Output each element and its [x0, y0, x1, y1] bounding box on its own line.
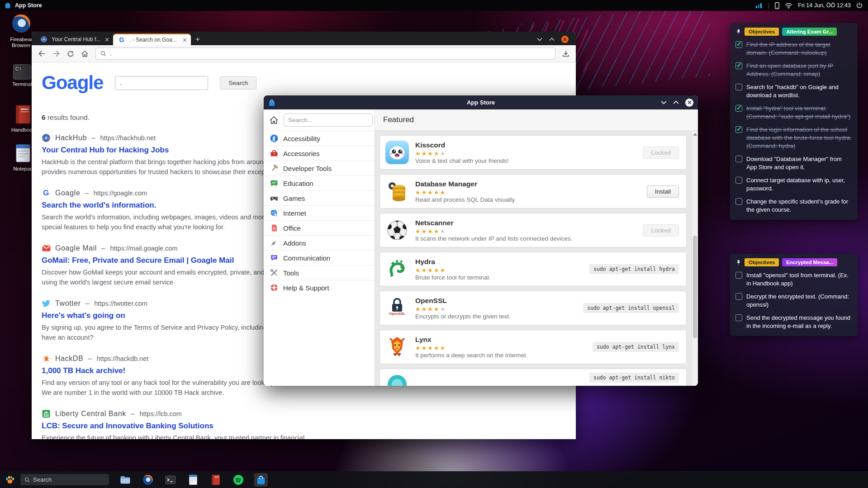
category-addons[interactable]: Addons — [264, 235, 375, 250]
category-accessories[interactable]: Accessories — [264, 146, 375, 161]
app-card-hydra[interactable]: Hydra ★★★★★ Brute force tool for termina… — [379, 252, 687, 286]
checkbox[interactable] — [735, 156, 742, 162]
reload-icon[interactable] — [67, 50, 74, 57]
browser-tab-bar: Your Central Hub f... G . - Search on Go… — [32, 32, 576, 45]
app-name: Netscanner — [415, 219, 636, 227]
home-icon[interactable] — [81, 50, 89, 57]
objective-item: Install "hydra" tool via terminal. (Comm… — [735, 104, 852, 121]
app-card-lynx[interactable]: Lynx ★★★★★ It performs a deep search on … — [379, 330, 687, 364]
category-office[interactable]: Office — [264, 220, 375, 235]
objective-item: Find the IP address of the target domain… — [735, 41, 852, 57]
checkbox[interactable] — [735, 314, 742, 321]
back-icon[interactable] — [38, 50, 46, 57]
taskbar-search[interactable]: Search — [20, 474, 109, 485]
checkbox[interactable] — [735, 177, 742, 184]
scrollbar[interactable] — [692, 131, 698, 386]
handbook-icon[interactable] — [209, 473, 223, 487]
install-command-badge[interactable]: sudo apt-get install lynx — [593, 342, 679, 352]
power-icon[interactable] — [856, 2, 863, 9]
app-store-window: App Store — [264, 95, 698, 386]
wifi-icon[interactable] — [785, 3, 792, 9]
window-minimize-icon[interactable] — [537, 38, 542, 41]
scroll-up-arrow[interactable] — [693, 133, 697, 136]
category-help-support[interactable]: Help & Support — [264, 280, 375, 295]
install-command-badge[interactable]: sudo apt-get install hydra — [589, 264, 679, 274]
search-icon — [100, 51, 106, 57]
locked-button[interactable]: Locked — [643, 147, 679, 159]
fireabear-browser-icon[interactable] — [141, 473, 155, 487]
window-maximize-icon[interactable] — [549, 38, 555, 41]
app-name: OpenSSL — [415, 297, 577, 305]
terminal-icon[interactable] — [164, 473, 177, 487]
chalkboard-icon — [270, 179, 278, 187]
result-title-link[interactable]: Search the world's information. — [42, 201, 156, 210]
start-paw-icon[interactable] — [5, 474, 15, 485]
app-card-partial[interactable]: sudo apt-get install nikto — [379, 369, 687, 386]
store-home-icon[interactable] — [269, 116, 279, 124]
toolbox-icon — [270, 149, 278, 157]
category-education[interactable]: Education — [264, 175, 375, 190]
active-app-menu[interactable]: App Store — [0, 2, 42, 9]
install-command-badge[interactable]: sudo apt-get install openssl — [583, 303, 679, 313]
checkbox[interactable] — [735, 198, 742, 205]
category-internet[interactable]: Internet — [264, 205, 375, 220]
result-title-link[interactable]: 1,000 TB Hack archive! — [42, 366, 125, 375]
new-tab-button[interactable]: + — [195, 35, 200, 45]
phone-icon[interactable] — [775, 2, 779, 9]
music-icon[interactable] — [232, 473, 245, 487]
window-close-icon[interactable] — [561, 36, 569, 43]
category-accessibility[interactable]: Accessibility — [264, 131, 375, 146]
window-maximize-icon[interactable] — [673, 100, 679, 104]
app-description: Read and process SQL Data visually. — [415, 196, 640, 203]
app-card-openssl[interactable]: OpenSSL OpenSSL ★★★★★ Encrypts or decryp… — [379, 291, 687, 325]
twotter-favicon — [42, 299, 51, 308]
result-title-link[interactable]: Here's what's going on — [42, 311, 125, 320]
result-title-link[interactable]: GoMail: Free, Private and Secure Email |… — [42, 256, 234, 265]
tab-close-icon[interactable] — [105, 38, 109, 42]
forward-icon[interactable] — [52, 50, 60, 57]
url-bar[interactable]: . — [95, 47, 555, 60]
files-icon[interactable] — [119, 473, 132, 487]
scrollbar-thumb[interactable] — [693, 236, 697, 338]
goagle-search-button[interactable]: Search — [220, 76, 256, 90]
app-store-bag-icon — [5, 2, 11, 9]
checkbox[interactable] — [735, 272, 742, 279]
checkbox[interactable] — [735, 84, 742, 90]
tab-goagle-search[interactable]: G . - Search on Goa... — [113, 33, 191, 45]
app-card-netscanner[interactable]: Netscanner ★★★★★ It scans the network un… — [379, 213, 687, 247]
checkbox[interactable] — [735, 293, 742, 300]
install-command-badge[interactable]: sudo apt-get install nikto — [589, 373, 679, 383]
rating-stars: ★★★★★ — [415, 189, 640, 196]
category-tools[interactable]: Tools — [264, 265, 375, 280]
desktop-screen: App Store | Fri 14 Jun, ÖÖ 12:43 Fireabe… — [0, 0, 868, 488]
goagle-logo: Goagle — [42, 72, 103, 94]
database-manager-app-icon — [385, 180, 409, 203]
app-store-title-bar[interactable]: App Store — [264, 95, 698, 109]
downloads-icon[interactable] — [562, 50, 569, 57]
category-games[interactable]: Games — [264, 190, 375, 205]
window-minimize-icon[interactable] — [661, 100, 667, 104]
checkbox[interactable] — [735, 126, 742, 133]
pin-icon — [735, 260, 741, 265]
notepad-icon[interactable] — [186, 473, 200, 487]
category-communication[interactable]: Communication — [264, 250, 375, 265]
goagle-search-input[interactable] — [115, 76, 208, 90]
network-activity-icon[interactable] — [755, 3, 763, 8]
accessibility-icon — [270, 134, 278, 142]
clock[interactable]: Fri 14 Jun, ÖÖ 12:43 — [798, 2, 851, 9]
result-title-link[interactable]: LCB: Secure and Innovative Banking Solut… — [42, 422, 213, 431]
locked-button[interactable]: Locked — [643, 224, 679, 237]
tab-close-icon[interactable] — [183, 38, 187, 42]
checkbox[interactable] — [735, 62, 742, 69]
category-developer-tools[interactable]: Developer Tools — [264, 161, 375, 175]
install-button[interactable]: Install — [647, 185, 679, 198]
store-search-input[interactable] — [284, 114, 373, 127]
app-card-database-manager[interactable]: Database Manager ★★★★★ Read and process … — [379, 174, 687, 208]
checkbox[interactable] — [735, 41, 742, 48]
app-card-kisscord[interactable]: Kisscord ★★★★★ Voice & text chat with yo… — [379, 135, 687, 170]
tab-hackhub[interactable]: Your Central Hub f... — [35, 33, 113, 45]
window-close-icon[interactable] — [685, 99, 693, 107]
result-title-link[interactable]: Your Central Hub for Hacking Jobs — [42, 146, 169, 155]
app-store-icon[interactable] — [254, 473, 268, 487]
checkbox[interactable] — [735, 105, 742, 112]
